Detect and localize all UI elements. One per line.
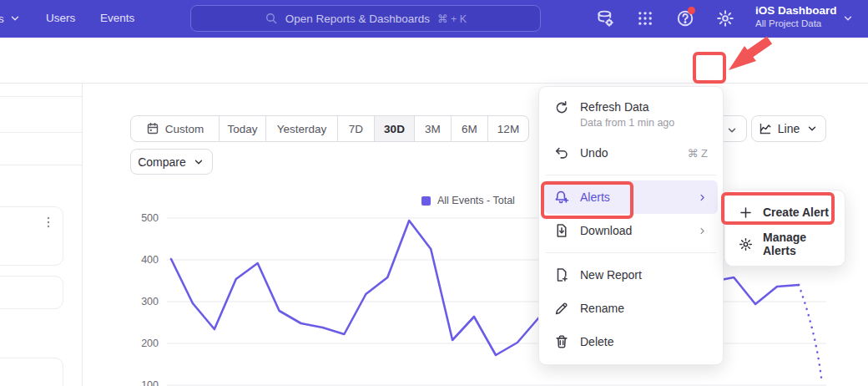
date-range-custom[interactable]: Custom (131, 116, 220, 141)
plus-icon (739, 206, 753, 220)
date-range-control: CustomTodayYesterday7D30D3M6M12M (130, 115, 529, 142)
nav-item-label: s (0, 13, 4, 25)
menu-item-label: Rename (580, 302, 708, 315)
chevron-down-icon (805, 122, 819, 135)
legend-label: All Events - Total (437, 195, 515, 206)
legend-item[interactable]: All Events - Total (421, 195, 515, 206)
menu-item-undo[interactable]: Undo⌘ Z (544, 136, 718, 170)
sidebar-divider (0, 96, 82, 97)
date-range-label: 30D (384, 123, 405, 135)
chevron-right-icon (697, 226, 708, 236)
date-range-3m[interactable]: 3M (415, 116, 452, 141)
submenu-item-create-alert[interactable]: Create Alert (730, 196, 840, 228)
menu-item-rename[interactable]: Rename (544, 292, 718, 325)
chart-type-label: Line (778, 122, 800, 135)
svg-text:300: 300 (141, 296, 159, 307)
data-management-icon[interactable] (596, 9, 614, 28)
date-range-label: Today (227, 123, 257, 135)
menu-item-delete[interactable]: Delete (544, 325, 718, 358)
date-range-6m[interactable]: 6M (452, 116, 488, 141)
trash-icon (554, 334, 569, 349)
undo-icon (554, 145, 569, 160)
menu-item-label: Refresh Data (580, 100, 708, 114)
chevron-down-icon (841, 12, 855, 25)
date-range-label: Yesterday (277, 123, 327, 135)
compare-button[interactable]: Compare (130, 149, 213, 175)
nav-item-boards-truncated[interactable]: s (0, 12, 22, 25)
download-icon (554, 223, 569, 238)
top-nav: s Users Events Open Reports & Dashboards… (0, 0, 868, 38)
line-chart-icon (759, 122, 772, 135)
chevron-right-icon (697, 192, 708, 203)
settings-gear-icon[interactable] (716, 9, 734, 28)
kebab-menu-icon[interactable] (42, 216, 55, 229)
search-icon (265, 12, 278, 25)
alerts-submenu: Create AlertManage Alerts (724, 190, 845, 267)
menu-item-label: New Report (580, 268, 708, 282)
menu-item-new-report[interactable]: New Report (544, 258, 718, 292)
project-switcher[interactable]: iOS Dashboard All Project Data (755, 4, 837, 28)
pencil-icon (554, 301, 569, 316)
menu-divider (546, 175, 716, 175)
svg-text:100: 100 (141, 379, 159, 386)
date-range-label: Custom (165, 123, 204, 135)
chevron-down-icon (192, 155, 205, 169)
nav-item-users[interactable]: Users (46, 12, 75, 24)
menu-item-label: Undo (580, 146, 676, 160)
date-range-yesterday[interactable]: Yesterday (266, 116, 338, 141)
date-range-today[interactable]: Today (220, 116, 266, 141)
refresh-icon (554, 100, 569, 115)
new-report-icon (554, 267, 569, 282)
nav-item-label: Events (100, 12, 134, 24)
menu-item-label: Alerts (580, 190, 686, 204)
search-input[interactable]: Open Reports & Dashboards ⌘ + K (190, 5, 541, 32)
chevron-down-icon (725, 124, 739, 137)
menu-item-label: Download (580, 224, 686, 237)
menu-item-sublabel: Data from 1 min ago (580, 117, 708, 129)
compare-label: Compare (138, 155, 186, 169)
date-range-30d[interactable]: 30D (375, 116, 415, 141)
menu-divider (546, 252, 716, 253)
report-card[interactable] (0, 358, 63, 386)
report-card[interactable] (0, 276, 63, 309)
date-range-label: 7D (349, 123, 363, 135)
svg-text:500: 500 (141, 212, 159, 224)
chart-type-select[interactable]: Line (751, 115, 826, 142)
menu-item-alerts[interactable]: Alerts (544, 180, 718, 214)
dashboard-sidebar (0, 84, 83, 386)
date-range-label: 3M (425, 123, 441, 135)
sidebar-divider (0, 132, 82, 133)
search-shortcut: ⌘ + K (437, 13, 467, 25)
project-title: iOS Dashboard (755, 4, 837, 17)
nav-item-label: Users (46, 12, 75, 24)
sidebar-divider (0, 165, 82, 165)
date-range-label: 6M (462, 123, 477, 135)
chevron-down-icon (8, 12, 22, 25)
submenu-item-label: Manage Alerts (763, 231, 831, 257)
menu-item-refresh-data[interactable]: Refresh DataData from 1 min ago (544, 93, 718, 136)
calendar-icon (146, 122, 159, 135)
date-range-7d[interactable]: 7D (338, 116, 375, 141)
svg-text:400: 400 (141, 254, 159, 266)
legend-swatch (421, 196, 431, 206)
svg-text:200: 200 (141, 338, 159, 349)
apps-grid-icon[interactable] (636, 9, 654, 28)
more-options-menu: Refresh DataData from 1 min agoUndo⌘ ZAl… (538, 86, 724, 365)
search-placeholder: Open Reports & Dashboards (285, 13, 430, 25)
menu-item-label: Delete (580, 335, 708, 348)
settings-gear-icon (739, 237, 753, 251)
project-subtitle: All Project Data (755, 18, 837, 28)
menu-item-download[interactable]: Download (544, 214, 718, 247)
submenu-item-manage-alerts[interactable]: Manage Alerts (730, 228, 840, 260)
notification-dot (688, 7, 695, 14)
date-range-12m[interactable]: 12M (488, 116, 528, 141)
bell-plus-icon (554, 190, 569, 205)
report-header (0, 38, 868, 84)
nav-item-events[interactable]: Events (100, 12, 134, 24)
date-range-label: 12M (497, 123, 519, 135)
submenu-item-label: Create Alert (763, 206, 829, 219)
shortcut-hint: ⌘ Z (687, 147, 708, 160)
